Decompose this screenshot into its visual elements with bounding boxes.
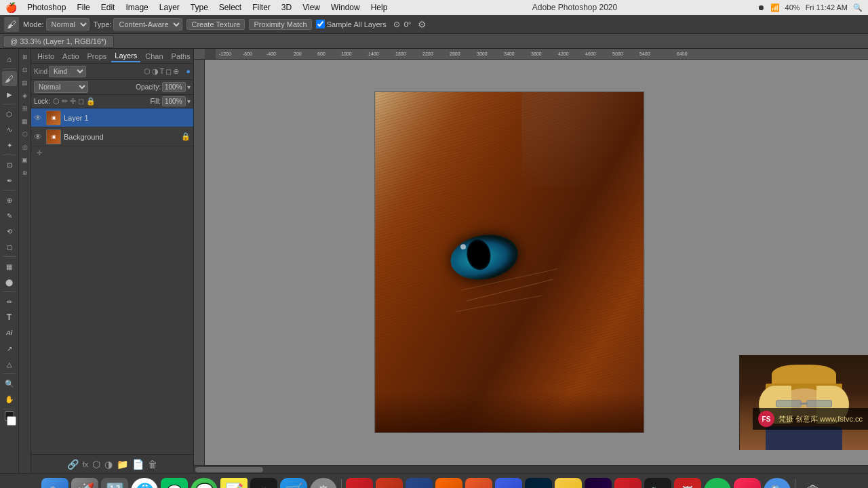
filter-shape-icon[interactable]: ◻	[165, 67, 172, 76]
dock-sketch[interactable]: S	[555, 478, 582, 489]
menu-filter[interactable]: Filter	[248, 1, 275, 14]
left-icon-8[interactable]: ◎	[20, 142, 31, 152]
lock-position-icon[interactable]: ✛	[70, 97, 76, 106]
menu-file[interactable]: File	[72, 1, 94, 14]
eraser-tool[interactable]: ◻	[2, 239, 17, 254]
tab-properties[interactable]: Props	[84, 51, 111, 62]
home-tool[interactable]: ⌂	[2, 52, 17, 66]
background-visibility-icon[interactable]: 👁	[34, 132, 43, 142]
layer-mask-button[interactable]: ⬡	[92, 459, 100, 470]
menu-layer[interactable]: Layer	[155, 1, 184, 14]
magic-wand-tool[interactable]: ✦	[2, 138, 17, 152]
menu-image[interactable]: Image	[121, 1, 153, 14]
dock-appletv[interactable]: 📺	[250, 478, 277, 489]
blend-mode-select[interactable]: Normal	[34, 81, 88, 93]
fill-chevron[interactable]: ▾	[187, 98, 191, 105]
dock-launchpad[interactable]: 🚀	[71, 478, 98, 489]
layer-group-button[interactable]: 📁	[117, 459, 128, 470]
brush-tool[interactable]: 🖌	[2, 71, 17, 86]
lasso-tool[interactable]: ∿	[2, 122, 17, 137]
tab-paths[interactable]: Paths	[168, 51, 194, 62]
filter-type-icon[interactable]: T	[160, 67, 165, 76]
pen-tool[interactable]: ✏	[2, 294, 17, 309]
sample-all-layers-checkbox[interactable]	[316, 20, 325, 28]
menu-window[interactable]: Window	[326, 1, 365, 14]
left-icon-6[interactable]: ▦	[20, 116, 31, 127]
move-tool[interactable]: ▶	[2, 87, 17, 102]
dock-photos[interactable]: 📷	[644, 478, 671, 489]
dock-magnifier[interactable]: 🔍	[764, 478, 791, 489]
canvas-area[interactable]: FS 梵摄 创意库 www.fstvc.cc	[205, 60, 868, 465]
dock-wechat[interactable]: 💬	[161, 478, 188, 489]
dock-spotify[interactable]: ♫	[704, 478, 731, 489]
history-brush-tool[interactable]: ⟲	[2, 224, 17, 239]
left-icon-3[interactable]: ▤	[20, 77, 31, 88]
left-icon-5[interactable]: ⊞	[20, 103, 31, 114]
opacity-input[interactable]	[162, 82, 186, 92]
layer-fx-button[interactable]: fx	[83, 460, 89, 468]
healing-brush-tool[interactable]: ⊕	[2, 192, 17, 207]
dodge-tool[interactable]: ⬤	[2, 274, 17, 289]
dock-bridge[interactable]: Br	[406, 478, 433, 489]
dock-rush[interactable]: Ru	[614, 478, 642, 489]
lock-all-icon[interactable]: 🔒	[86, 97, 96, 106]
mode-select[interactable]: Normal	[46, 18, 90, 30]
search-icon[interactable]: 🔍	[853, 3, 863, 12]
tab-layers[interactable]: Layers	[111, 50, 140, 62]
opacity-chevron[interactable]: ▾	[187, 83, 191, 91]
menu-type[interactable]: Type	[186, 1, 213, 14]
left-icon-10[interactable]: ⊕	[20, 167, 31, 178]
dock-calculator[interactable]: 🔢	[101, 478, 128, 489]
proximity-match-button[interactable]: Proximity Match	[249, 19, 311, 30]
filter-on-icon[interactable]: ●	[186, 67, 191, 76]
menu-photoshop[interactable]: Photoshop	[22, 1, 71, 14]
dock-stickies[interactable]: 📝	[220, 478, 248, 489]
crop-tool[interactable]: ⊡	[2, 157, 17, 172]
tab-channels[interactable]: Chan	[142, 51, 166, 62]
lock-transparency-icon[interactable]: ⬡	[53, 97, 60, 106]
layer1-name[interactable]: Layer 1	[64, 114, 191, 122]
path-selection-tool[interactable]: ↗	[2, 341, 17, 356]
left-icon-7[interactable]: ⬡	[20, 129, 31, 140]
dock-appstore[interactable]: 🛒	[280, 478, 307, 489]
document-tab[interactable]: @ 33.3% (Layer 1, RGB/16*)	[3, 35, 114, 47]
lock-pixels-icon[interactable]: ✏	[62, 97, 68, 106]
menu-select[interactable]: Select	[214, 1, 246, 14]
layer-delete-button[interactable]: 🗑	[148, 459, 157, 470]
left-icon-9[interactable]: ▣	[20, 155, 31, 165]
filter-smart-icon[interactable]: ⊕	[173, 67, 179, 76]
layer-link-button[interactable]: 🔗	[67, 459, 79, 470]
dock-rawtherapee[interactable]: 🖼	[674, 478, 701, 489]
left-icon-4[interactable]: ◈	[20, 90, 31, 101]
dock-chrome[interactable]: 🌐	[131, 478, 158, 489]
tab-actions[interactable]: Actio	[59, 51, 82, 62]
left-icon-1[interactable]: ⊞	[20, 52, 31, 62]
background-color[interactable]	[7, 416, 16, 426]
layer-item-background[interactable]: 👁 ▣ Background 🔒	[31, 127, 193, 146]
layer-new-button[interactable]: 📄	[132, 459, 144, 470]
eyedropper-tool[interactable]: ✒	[2, 173, 17, 188]
lock-artboard-icon[interactable]: ◻	[78, 97, 84, 106]
filter-select[interactable]: Kind	[49, 66, 86, 77]
filter-pixel-icon[interactable]: ⬡	[144, 67, 151, 76]
dock-messages[interactable]: 💬	[191, 478, 218, 489]
left-icon-2[interactable]: ⊡	[20, 64, 31, 75]
background-name[interactable]: Background	[64, 133, 178, 141]
dock-acrobat[interactable]: Ac	[376, 478, 403, 489]
dock-premiere[interactable]: Pr	[585, 478, 612, 489]
menu-edit[interactable]: Edit	[96, 1, 120, 14]
menu-help[interactable]: Help	[366, 1, 393, 14]
ai-tool[interactable]: Ai	[2, 325, 17, 340]
dock-photoshop[interactable]: Ps	[525, 478, 552, 489]
tool-icon[interactable]: 🖌	[4, 17, 19, 32]
settings-icon[interactable]: ⚙	[418, 19, 427, 30]
layer-adjustment-button[interactable]: ◑	[104, 459, 113, 470]
clone-stamp-tool[interactable]: ✎	[2, 208, 17, 223]
dock-trash[interactable]: 🗑	[800, 478, 827, 489]
type-select[interactable]: Content-Aware	[113, 18, 182, 30]
gradient-tool[interactable]: ▦	[2, 259, 17, 274]
horizontal-scrollbar[interactable]	[194, 465, 868, 473]
shape-tool[interactable]: △	[2, 357, 17, 371]
fill-input[interactable]	[162, 96, 186, 106]
text-tool[interactable]: T	[2, 310, 17, 325]
